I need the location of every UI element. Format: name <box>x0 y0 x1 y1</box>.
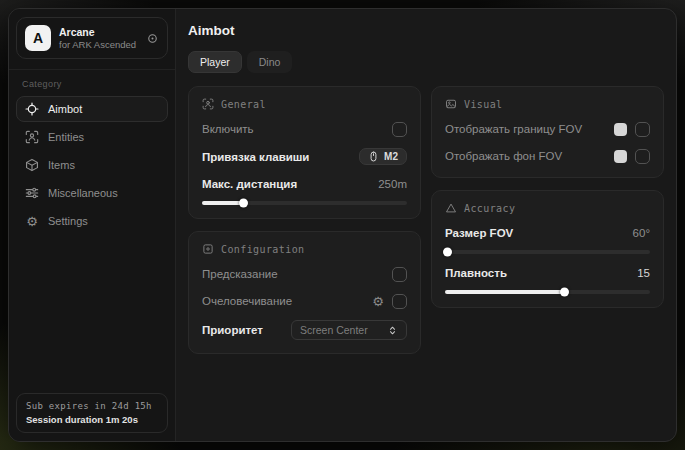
slider-thumb[interactable] <box>239 199 248 208</box>
distance-slider[interactable] <box>202 201 407 205</box>
keybind-label: Привязка клавиши <box>202 151 309 163</box>
sidebar: A Arcane for ARK Ascended Category Aimbo… <box>9 9 176 441</box>
keybind-button[interactable]: M2 <box>359 148 407 165</box>
distance-label: Макс. дистанция <box>202 178 297 190</box>
sidebar-item-miscellaneous[interactable]: Miscellaneous <box>16 180 168 206</box>
card-visual: Visual Отображать границу FOV Отображать… <box>431 86 664 178</box>
card-configuration-header: Configuration <box>202 243 407 255</box>
left-column: General Включить Привязка клавиши M2 <box>188 86 421 354</box>
fov-size-label: Размер FOV <box>445 227 513 239</box>
card-accuracy-header: Accuracy <box>445 202 650 214</box>
module-icon <box>202 243 214 255</box>
humanize-checkbox[interactable] <box>392 294 407 309</box>
smoothness-label: Плавность <box>445 267 507 279</box>
fov-background-row: Отображать фон FOV <box>445 148 650 164</box>
fov-background-checkbox[interactable] <box>635 149 650 164</box>
image-icon <box>445 98 457 110</box>
right-column: Visual Отображать границу FOV Отображать… <box>431 86 664 308</box>
sidebar-item-label: Miscellaneous <box>48 187 118 199</box>
prediction-row: Предсказание <box>202 266 407 282</box>
humanize-controls: ⚙ <box>372 294 407 309</box>
logo-text: Arcane for ARK Ascended <box>59 26 138 50</box>
slider-thumb[interactable] <box>443 248 452 257</box>
card-general-header: General <box>202 98 407 110</box>
fov-border-checkbox[interactable] <box>635 122 650 137</box>
humanize-label: Очеловечивание <box>202 295 292 307</box>
app-subtitle: for ARK Ascended <box>59 39 138 50</box>
enable-label: Включить <box>202 123 254 135</box>
enable-row: Включить <box>202 121 407 137</box>
fov-border-color-swatch[interactable] <box>614 123 627 136</box>
sliders-icon <box>25 186 39 200</box>
sub-expires-text: Sub expires in 24d 15h <box>26 401 158 411</box>
cards-grid: General Включить Привязка клавиши M2 <box>188 86 664 354</box>
prediction-label: Предсказание <box>202 268 278 280</box>
gear-icon[interactable]: ⚙ <box>372 295 384 308</box>
distance-value: 250m <box>378 178 407 190</box>
main-panel: Aimbot Player Dino General Включить <box>176 9 676 441</box>
humanize-row: Очеловечивание ⚙ <box>202 293 407 309</box>
keybind-value: M2 <box>384 151 398 162</box>
scan-person-icon <box>202 98 214 110</box>
keybind-row: Привязка клавиши M2 <box>202 148 407 165</box>
triangle-icon <box>445 202 457 214</box>
card-configuration: Configuration Предсказание Очеловечивани… <box>188 231 421 354</box>
fov-size-row: Размер FOV 60° <box>445 225 650 241</box>
slider-thumb[interactable] <box>560 288 569 297</box>
distance-row: Макс. дистанция 250m <box>202 176 407 192</box>
sidebar-nav: Aimbot Entities Items Miscellaneous <box>16 96 168 236</box>
smoothness-row: Плавность 15 <box>445 265 650 281</box>
fov-background-controls <box>614 149 650 164</box>
fov-background-label: Отображать фон FOV <box>445 150 562 162</box>
prediction-checkbox[interactable] <box>392 267 407 282</box>
session-duration-text: Session duration 1m 20s <box>26 414 158 425</box>
card-title: Accuracy <box>464 203 515 214</box>
smoothness-slider[interactable] <box>445 290 650 294</box>
fov-border-row: Отображать границу FOV <box>445 121 650 137</box>
person-scan-icon <box>25 130 39 144</box>
fov-background-color-swatch[interactable] <box>614 150 627 163</box>
fov-border-controls <box>614 122 650 137</box>
priority-select[interactable]: Screen Center <box>291 320 407 340</box>
chevrons-up-down-icon <box>387 325 398 336</box>
target-icon[interactable] <box>146 32 159 45</box>
category-label: Category <box>22 79 162 89</box>
subscription-card: Sub expires in 24d 15h Session duration … <box>16 393 168 433</box>
fov-size-value: 60° <box>633 227 650 239</box>
divider <box>9 69 175 70</box>
card-title: General <box>221 99 266 110</box>
gear-icon: ⚙ <box>25 215 39 228</box>
card-accuracy: Accuracy Размер FOV 60° Плавность 15 <box>431 190 664 308</box>
cheat-window: A Arcane for ARK Ascended Category Aimbo… <box>8 8 677 442</box>
tab-player[interactable]: Player <box>188 51 242 73</box>
card-title: Visual <box>464 99 503 110</box>
crosshair-icon <box>25 102 39 116</box>
priority-label: Приоритет <box>202 324 263 336</box>
card-title: Configuration <box>221 244 304 255</box>
priority-row: Приоритет Screen Center <box>202 320 407 340</box>
sidebar-item-aimbot[interactable]: Aimbot <box>16 96 168 122</box>
card-visual-header: Visual <box>445 98 650 110</box>
app-title: Arcane <box>59 26 138 38</box>
smoothness-value: 15 <box>637 267 650 279</box>
tab-dino[interactable]: Dino <box>247 51 293 73</box>
tab-bar: Player Dino <box>188 51 664 73</box>
logo-card: A Arcane for ARK Ascended <box>16 17 168 59</box>
sidebar-item-settings[interactable]: ⚙ Settings <box>16 208 168 234</box>
sidebar-item-entities[interactable]: Entities <box>16 124 168 150</box>
enable-checkbox[interactable] <box>392 122 407 137</box>
sidebar-item-label: Aimbot <box>48 103 82 115</box>
box-icon <box>25 158 39 172</box>
mouse-icon <box>368 151 379 162</box>
sidebar-item-label: Items <box>48 159 75 171</box>
sidebar-item-label: Entities <box>48 131 84 143</box>
sidebar-item-label: Settings <box>48 215 88 227</box>
fov-border-label: Отображать границу FOV <box>445 123 582 135</box>
app-logo: A <box>25 25 51 51</box>
card-general: General Включить Привязка клавиши M2 <box>188 86 421 219</box>
fov-size-slider[interactable] <box>445 250 650 254</box>
priority-value: Screen Center <box>300 324 368 336</box>
sidebar-item-items[interactable]: Items <box>16 152 168 178</box>
page-title: Aimbot <box>188 23 664 38</box>
